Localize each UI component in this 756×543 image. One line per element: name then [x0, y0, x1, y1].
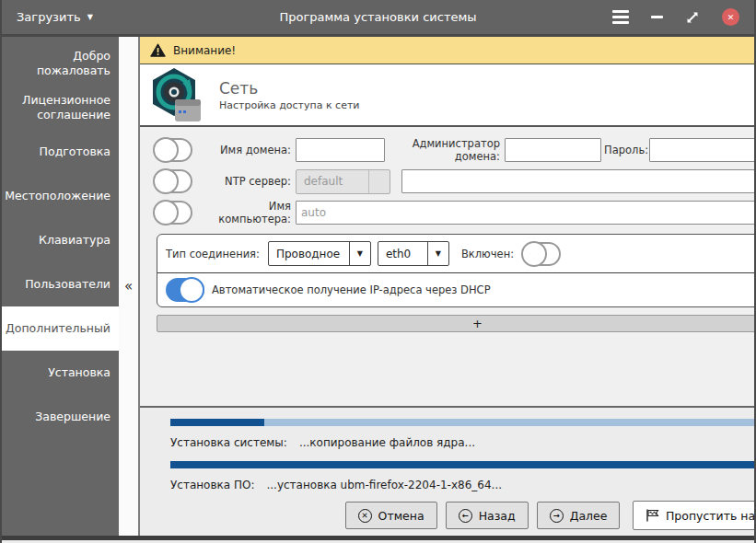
password-input[interactable]: [649, 138, 756, 162]
hostname-label: Имя компьютера:: [195, 200, 293, 225]
hostname-input[interactable]: [296, 201, 756, 225]
content-panel: Внимание! Сеть: [140, 37, 756, 536]
ntp-server-label: NTP сервер:: [195, 175, 293, 188]
back-button[interactable]: ← Назад: [446, 502, 529, 529]
cancel-icon: ✕: [358, 509, 372, 523]
system-progress-fill: [170, 419, 264, 426]
window-controls: ✕: [612, 8, 739, 26]
section-titles: Сеть Настройка доступа к сети: [219, 79, 359, 111]
load-menu-button[interactable]: Загрузить ▼: [17, 10, 93, 24]
ntp-custom-input[interactable]: [401, 169, 756, 193]
minimize-button[interactable]: [651, 16, 663, 18]
system-progress-row: Установка системы: ...копирование файлов…: [170, 430, 756, 456]
system-progress-bar: [170, 419, 756, 426]
sidebar-item-users[interactable]: Пользователи: [2, 262, 119, 306]
steps-sidebar: Добро пожаловать Лицензионное соглашение…: [2, 37, 119, 536]
sidebar-item-license[interactable]: Лицензионное соглашение: [2, 86, 119, 130]
dhcp-toggle[interactable]: [166, 278, 204, 302]
flag-icon: [646, 509, 659, 522]
domain-name-input[interactable]: [296, 138, 385, 162]
sidebar-item-label: Местоположение: [5, 189, 110, 203]
installer-window: Загрузить ▼ Программа установки системы …: [0, 0, 756, 543]
software-progress-row: Установка ПО: ...установка ubm-firefox-2…: [170, 472, 756, 498]
back-label: Назад: [479, 509, 516, 523]
software-progress-fill: [170, 461, 756, 468]
connection-type-select[interactable]: Проводное ▼: [268, 241, 371, 266]
hostname-toggle[interactable]: [154, 201, 192, 225]
sidebar-item-welcome[interactable]: Добро пожаловать: [2, 41, 119, 86]
connection-type-label: Тип соединения:: [166, 248, 262, 260]
software-progress-label: Установка ПО:: [170, 479, 254, 491]
software-progress-status: ...установка ubm-firefox-2204-1-x86_64..…: [266, 479, 502, 491]
sidebar-item-completion[interactable]: Завершение: [2, 395, 119, 439]
menu-icon[interactable]: [612, 10, 629, 24]
connection-type-value: Проводное: [269, 248, 349, 260]
software-progress-bar: [170, 461, 756, 468]
network-icon: [147, 66, 210, 123]
dhcp-row: Автоматическое получение IP-адреса через…: [157, 273, 756, 306]
maximize-button[interactable]: [685, 10, 700, 25]
skip-setup-button[interactable]: Пропустить настройку: [633, 501, 756, 530]
ntp-toggle[interactable]: [154, 169, 192, 193]
chevron-down-icon: ▼: [427, 242, 448, 265]
network-form-area: Имя домена: Администратор домена: Пароль…: [140, 127, 756, 408]
sidebar-item-label: Дополнительный: [6, 321, 110, 336]
close-button[interactable]: ✕: [722, 8, 739, 26]
skip-label: Пропустить настройку: [666, 509, 756, 523]
sidebar-item-label: Клавиатура: [39, 233, 110, 248]
next-label: Далее: [570, 509, 608, 523]
enabled-label: Включен:: [461, 248, 516, 260]
sidebar-item-label: Подготовка: [40, 144, 110, 159]
sidebar-item-installation[interactable]: Установка: [2, 351, 119, 395]
cancel-label: Отмена: [378, 509, 425, 523]
chevron-down-icon: ▼: [87, 13, 93, 21]
interface-select[interactable]: eth0 ▼: [378, 241, 449, 266]
ntp-preset-select[interactable]: default: [296, 169, 390, 194]
system-progress-label: Установка системы:: [170, 436, 287, 449]
password-label: Пароль:: [604, 144, 646, 156]
load-menu-label: Загрузить: [17, 10, 81, 24]
interface-value: eth0: [378, 248, 427, 260]
chevron-down-icon: ▼: [349, 242, 370, 265]
titlebar: Загрузить ▼ Программа установки системы …: [2, 0, 754, 37]
add-connection-button[interactable]: +: [157, 315, 756, 332]
warning-triangle-icon: [150, 43, 166, 57]
sidebar-item-label: Лицензионное соглашение: [10, 93, 110, 121]
progress-panel: Установка системы: ...копирование файлов…: [140, 408, 756, 536]
collapse-sidebar-icon[interactable]: «: [124, 278, 133, 295]
domain-row: Имя домена: Администратор домена: Пароль…: [154, 137, 756, 163]
system-progress-status: ...копирование файлов ядра...: [299, 436, 475, 449]
cancel-button[interactable]: ✕ Отмена: [345, 502, 437, 529]
ntp-row: NTP сервер: default: [154, 168, 756, 194]
chevron-down-icon: [368, 170, 390, 193]
arrow-left-icon: ←: [459, 509, 472, 523]
sidebar-item-label: Пользователи: [25, 277, 110, 292]
section-header: Сеть Настройка доступа к сети: [140, 64, 756, 127]
sidebar-item-location[interactable]: Местоположение: [2, 174, 119, 218]
sidebar-item-label: Установка: [48, 365, 110, 380]
resize-icon: [685, 10, 700, 25]
next-button[interactable]: → Далее: [537, 502, 621, 529]
hostname-row: Имя компьютера:: [154, 200, 756, 225]
domain-name-label: Имя домена:: [195, 144, 293, 156]
close-icon: ✕: [727, 13, 735, 22]
sidebar-item-label: Добро пожаловать: [10, 49, 110, 77]
dhcp-label: Автоматическое получение IP-адреса через…: [212, 283, 493, 296]
connection-enabled-toggle[interactable]: [522, 242, 561, 266]
domain-admin-label: Администратор домена:: [388, 137, 502, 163]
arrow-right-icon: →: [550, 509, 564, 523]
connection-settings-row: Тип соединения: Проводное ▼ eth0 ▼ Включ…: [157, 235, 756, 272]
sidebar-item-additional[interactable]: Дополнительный: [2, 306, 119, 351]
sidebar-item-label: Завершение: [35, 410, 110, 424]
domain-admin-input[interactable]: [505, 138, 601, 162]
ntp-preset-value: default: [297, 175, 368, 188]
sidebar-item-keyboard[interactable]: Клавиатура: [2, 218, 119, 262]
sidebar-item-preparation[interactable]: Подготовка: [2, 130, 119, 174]
domain-toggle[interactable]: [154, 138, 192, 162]
warning-banner: Внимание!: [140, 37, 756, 64]
window-bottom-edge: [2, 536, 754, 540]
page-subtitle: Настройка доступа к сети: [219, 99, 359, 111]
connection-card: Тип соединения: Проводное ▼ eth0 ▼ Включ…: [157, 234, 756, 307]
warning-text: Внимание!: [173, 44, 236, 57]
page-title: Сеть: [219, 79, 359, 98]
